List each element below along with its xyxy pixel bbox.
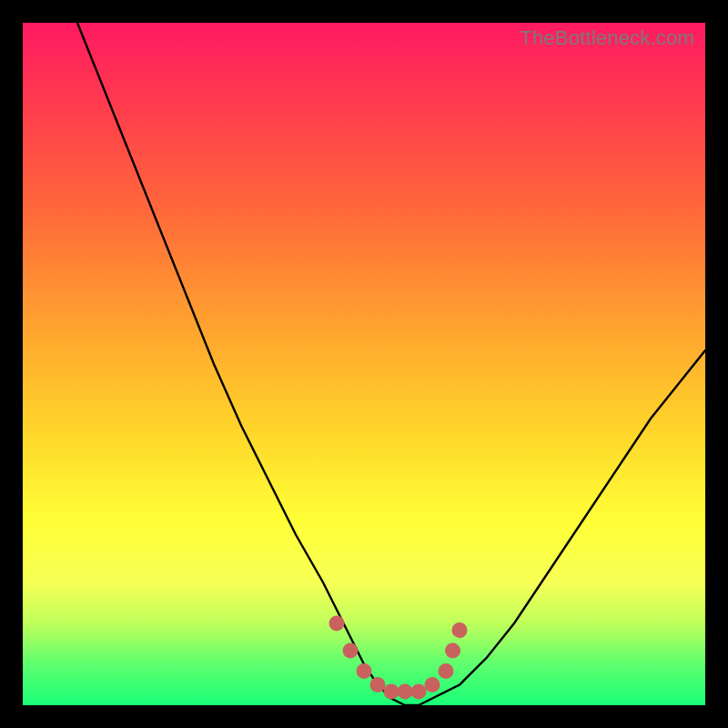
marker-dot [445,643,460,659]
bottleneck-curve [77,23,705,705]
marker-dot [425,677,440,693]
plot-area: TheBottleneck.com [23,23,705,705]
marker-dot [384,684,399,700]
marker-dot [411,684,427,700]
marker-dot [357,663,372,679]
marker-dot [439,663,454,679]
marker-dot [343,643,359,659]
curve-layer [23,23,705,705]
marker-dot [452,622,468,638]
marker-dot [370,677,386,693]
outer-frame: TheBottleneck.com [0,0,728,728]
marker-dot [398,684,413,700]
marker-group [329,616,468,700]
marker-dot [329,616,345,632]
